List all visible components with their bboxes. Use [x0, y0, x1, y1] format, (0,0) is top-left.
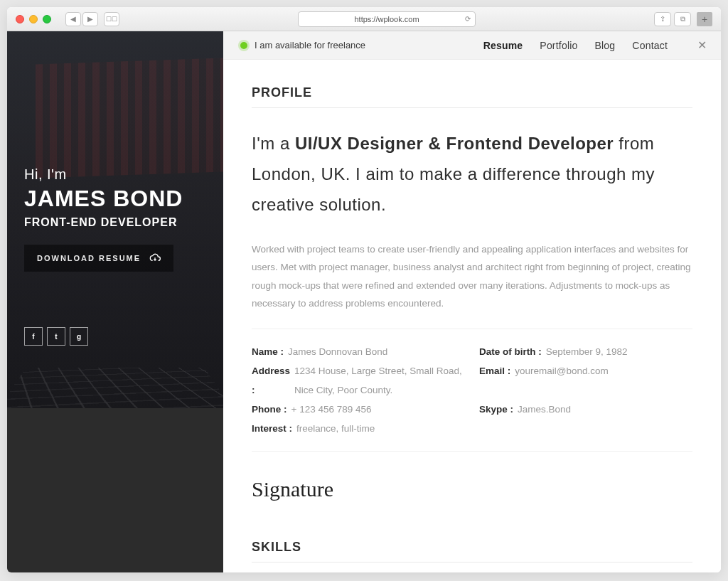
info-dob: Date of birth : September 9, 1982 [479, 342, 692, 361]
profile-rule [252, 107, 692, 108]
person-role: FRONT-END DEVELOPER [24, 216, 206, 229]
social-links: f t g [7, 327, 223, 346]
profile-description: Worked with project teams to create user… [252, 240, 692, 314]
browser-window: ◀ ▶ ☐☐ https://wplook.com ⟳ ⇪ ⧉ + Hi, I'… [7, 7, 721, 572]
nav-contact[interactable]: Contact [632, 40, 668, 51]
tabs-button[interactable]: ⧉ [674, 12, 691, 26]
value-name: James Donnovan Bond [288, 342, 387, 361]
skills-rule [252, 562, 692, 563]
nav-resume[interactable]: Resume [483, 40, 523, 51]
profile-divider-1 [252, 329, 692, 329]
url-text: https://wplook.com [354, 15, 419, 23]
label-interest: Interest : [252, 419, 292, 438]
info-skype: Skype : James.Bond [479, 400, 692, 419]
info-phone: Phone : + 123 456 789 456 [252, 400, 465, 419]
label-address: Address : [252, 361, 290, 400]
value-dob: September 9, 1982 [546, 342, 628, 361]
label-email: Email : [479, 361, 510, 400]
new-tab-button[interactable]: + [697, 12, 712, 26]
person-name: JAMES BOND [24, 186, 206, 212]
info-email: Email : youremail@bond.com [479, 361, 692, 400]
profile-info-grid: Name : James Donnovan Bond Date of birth… [252, 342, 692, 438]
label-name: Name : [252, 342, 284, 361]
twitter-icon[interactable]: t [47, 327, 65, 346]
value-interest: freelance, full-time [296, 419, 375, 438]
page-body: Hi, I'm JAMES BOND FRONT-END DEVELOPER D… [7, 31, 721, 572]
google-plus-icon[interactable]: g [70, 327, 88, 346]
sidebar-toggle-button[interactable]: ☐☐ [104, 12, 119, 26]
greeting-text: Hi, I'm [24, 166, 206, 183]
maximize-window-icon[interactable] [43, 15, 51, 23]
sidebar: Hi, I'm JAMES BOND FRONT-END DEVELOPER D… [7, 31, 223, 572]
primary-nav: Resume Portfolio Blog Contact ✕ [483, 38, 707, 52]
close-icon[interactable]: ✕ [697, 38, 707, 52]
download-resume-button[interactable]: DOWNLOAD RESUME [24, 245, 173, 272]
headline-prefix: I'm a [252, 134, 295, 153]
value-address: 1234 House, Large Street, Small Road, Ni… [294, 361, 465, 400]
info-address: Address : 1234 House, Large Street, Smal… [252, 361, 465, 400]
label-skype: Skype : [479, 400, 513, 419]
close-window-icon[interactable] [16, 15, 24, 23]
availability-indicator-icon [240, 42, 247, 49]
download-label: DOWNLOAD RESUME [37, 254, 141, 262]
window-controls[interactable] [16, 15, 51, 23]
signature: Signature [252, 477, 692, 501]
facebook-icon[interactable]: f [24, 327, 43, 346]
minimize-window-icon[interactable] [29, 15, 38, 23]
topbar: I am available for freelance Resume Port… [223, 31, 721, 60]
headline-bold: UI/UX Designer & Frontend Developer [295, 134, 614, 153]
nav-buttons: ◀ ▶ ☐☐ [65, 12, 119, 26]
profile-divider-2 [252, 451, 692, 452]
value-phone: + 123 456 789 456 [291, 400, 372, 419]
nav-portfolio[interactable]: Portfolio [540, 40, 577, 51]
cloud-download-icon [149, 252, 161, 264]
label-dob: Date of birth : [479, 342, 542, 361]
info-name: Name : James Donnovan Bond [252, 342, 465, 361]
value-email: youremail@bond.com [515, 361, 609, 400]
share-button[interactable]: ⇪ [654, 12, 671, 26]
label-phone: Phone : [252, 400, 287, 419]
url-bar[interactable]: https://wplook.com ⟳ [298, 11, 476, 27]
info-interest: Interest : freelance, full-time [252, 419, 465, 438]
profile-headline: I'm a UI/UX Designer & Frontend Develope… [252, 128, 692, 220]
value-skype: James.Bond [518, 400, 571, 419]
back-button[interactable]: ◀ [65, 12, 81, 26]
content-scroll[interactable]: PROFILE I'm a UI/UX Designer & Frontend … [223, 60, 721, 572]
main-column: I am available for freelance Resume Port… [223, 31, 721, 572]
availability-text: I am available for freelance [255, 40, 365, 50]
skills-heading: SKILLS [252, 540, 692, 555]
nav-blog[interactable]: Blog [595, 40, 616, 51]
browser-toolbar: ◀ ▶ ☐☐ https://wplook.com ⟳ ⇪ ⧉ + [7, 7, 721, 31]
profile-heading: PROFILE [252, 85, 692, 100]
forward-button[interactable]: ▶ [82, 12, 98, 26]
reload-icon[interactable]: ⟳ [465, 15, 471, 23]
